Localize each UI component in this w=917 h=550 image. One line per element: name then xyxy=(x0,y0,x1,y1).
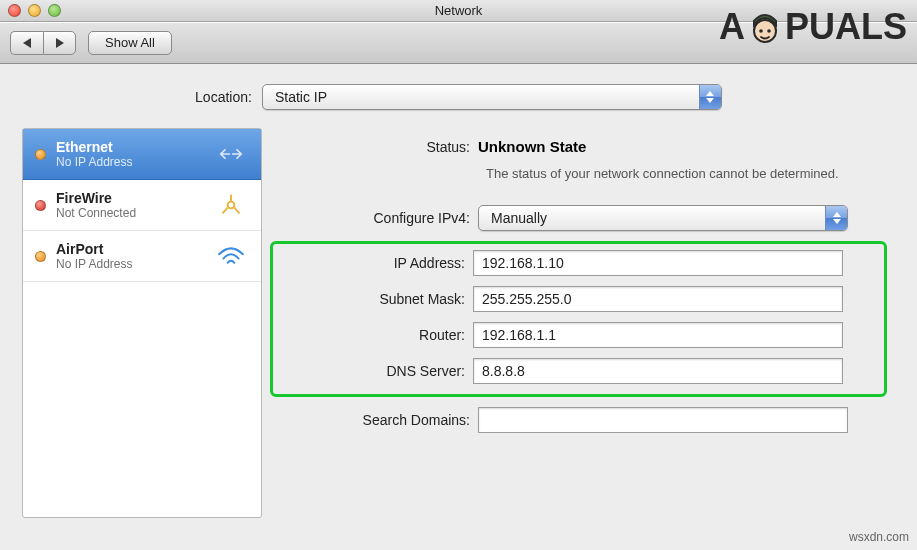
status-value: Unknown State xyxy=(478,138,887,155)
configure-ipv4-select[interactable]: Manually xyxy=(478,205,848,231)
location-label: Location: xyxy=(195,89,252,105)
router-label: Router: xyxy=(273,327,473,343)
status-dot-icon xyxy=(35,200,46,211)
interface-status: No IP Address xyxy=(56,257,203,271)
dns-server-field[interactable] xyxy=(473,358,843,384)
forward-button[interactable] xyxy=(43,31,76,55)
interface-list: Ethernet No IP Address FireWire Not Conn… xyxy=(22,128,262,518)
subnet-mask-field[interactable] xyxy=(473,286,843,312)
status-dot-icon xyxy=(35,149,46,160)
status-label: Status: xyxy=(278,139,478,155)
interface-status: No IP Address xyxy=(56,155,203,169)
ethernet-icon xyxy=(213,141,249,167)
show-all-button[interactable]: Show All xyxy=(88,31,172,55)
interface-name: AirPort xyxy=(56,241,203,257)
mask-row: Subnet Mask: xyxy=(273,286,878,312)
brand-suffix: PUALS xyxy=(785,6,907,48)
nav-group xyxy=(10,31,76,55)
configure-value: Manually xyxy=(491,210,547,226)
status-dot-icon xyxy=(35,251,46,262)
highlighted-fields: IP Address: Subnet Mask: Router: DNS Ser… xyxy=(270,241,887,397)
router-row: Router: xyxy=(273,322,878,348)
mask-label: Subnet Mask: xyxy=(273,291,473,307)
sidebar-item-ethernet[interactable]: Ethernet No IP Address xyxy=(23,129,261,180)
location-value: Static IP xyxy=(275,89,327,105)
svg-point-2 xyxy=(759,29,763,33)
svg-point-3 xyxy=(767,29,771,33)
ip-label: IP Address: xyxy=(273,255,473,271)
chevron-right-icon xyxy=(56,38,64,48)
mascot-icon xyxy=(745,7,785,47)
configure-row: Configure IPv4: Manually xyxy=(278,205,887,231)
dns-row: DNS Server: xyxy=(273,358,878,384)
chevron-left-icon xyxy=(23,38,31,48)
search-domains-label: Search Domains: xyxy=(278,412,478,428)
back-button[interactable] xyxy=(10,31,43,55)
interface-name: FireWire xyxy=(56,190,203,206)
credit-text: wsxdn.com xyxy=(849,530,909,544)
status-row: Status: Unknown State xyxy=(278,138,887,155)
location-select[interactable]: Static IP xyxy=(262,84,722,110)
svg-point-0 xyxy=(228,202,235,209)
router-field[interactable] xyxy=(473,322,843,348)
dropdown-stepper-icon xyxy=(825,206,847,230)
main-split: Ethernet No IP Address FireWire Not Conn… xyxy=(0,128,917,534)
interface-name: Ethernet xyxy=(56,139,203,155)
ip-row: IP Address: xyxy=(273,250,878,276)
ip-address-field[interactable] xyxy=(473,250,843,276)
firewire-icon xyxy=(213,192,249,218)
search-row: Search Domains: xyxy=(278,407,887,433)
location-row: Location: Static IP xyxy=(0,64,917,128)
dropdown-stepper-icon xyxy=(699,85,721,109)
sidebar-item-firewire[interactable]: FireWire Not Connected xyxy=(23,180,261,231)
dns-label: DNS Server: xyxy=(273,363,473,379)
brand-prefix: A xyxy=(719,6,745,48)
configure-label: Configure IPv4: xyxy=(278,210,478,226)
search-domains-field[interactable] xyxy=(478,407,848,433)
detail-panel: Status: Unknown State The status of your… xyxy=(278,128,901,518)
interface-status: Not Connected xyxy=(56,206,203,220)
wifi-icon xyxy=(213,243,249,269)
status-description: The status of your network connection ca… xyxy=(486,165,846,183)
sidebar-item-airport[interactable]: AirPort No IP Address xyxy=(23,231,261,282)
brand-watermark: A PUALS xyxy=(713,0,917,54)
